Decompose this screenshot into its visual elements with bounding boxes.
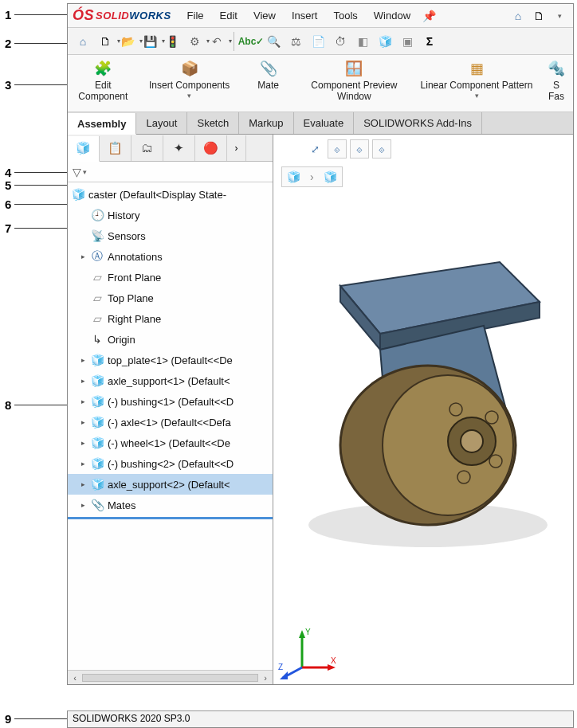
- new-icon[interactable]: 🗋▾: [95, 31, 116, 52]
- save-icon[interactable]: 💾▾: [139, 31, 160, 52]
- expand-flyout-icon[interactable]: ⤢: [305, 139, 324, 159]
- menu-file[interactable]: File: [181, 8, 210, 23]
- tab-assembly[interactable]: Assembly: [68, 113, 136, 135]
- tab-feature-tree[interactable]: 🧊: [68, 136, 100, 162]
- edit-component-button[interactable]: 🧩 Edit Component: [73, 58, 134, 103]
- label: top_plate<1> (Default<<De: [108, 354, 233, 366]
- expand-icon[interactable]: ▸: [79, 501, 87, 509]
- tab-markup[interactable]: Markup: [239, 112, 293, 134]
- tree-root[interactable]: 🧊 caster (Default<Display State-: [68, 184, 273, 205]
- document-tool-icon[interactable]: 📄: [308, 31, 328, 52]
- balance-icon[interactable]: ⚖: [285, 31, 306, 52]
- view-compass-icon[interactable]: ⟐: [328, 139, 347, 159]
- view-compass-icon[interactable]: ⟐: [350, 139, 369, 159]
- expand-icon[interactable]: ▸: [79, 418, 87, 426]
- tab-configuration-manager[interactable]: 🗂: [131, 135, 163, 161]
- tree-mates[interactable]: ▸ 📎 Mates: [68, 495, 273, 515]
- menu-insert[interactable]: Insert: [285, 8, 324, 23]
- expand-icon[interactable]: ▸: [79, 439, 87, 447]
- chevron-down-icon[interactable]: ▾: [83, 168, 87, 176]
- menu-edit[interactable]: Edit: [214, 8, 244, 23]
- expand-icon[interactable]: ▸: [79, 252, 87, 260]
- tree-component-5[interactable]: ▸ 🧊 (-) bushing<2> (Default<<D: [68, 453, 273, 474]
- gauge-icon[interactable]: ⏱: [330, 31, 351, 52]
- expand-icon[interactable]: ▸: [79, 377, 87, 385]
- scroll-left-icon[interactable]: ‹: [68, 673, 82, 683]
- menu-window[interactable]: Window: [367, 8, 417, 23]
- preview-window-icon: 🪟: [343, 58, 364, 79]
- new-document-icon[interactable]: 🗋: [530, 7, 548, 25]
- view-compass-icon[interactable]: ⟐: [372, 139, 391, 159]
- label: Edit Component: [73, 80, 134, 103]
- home-icon[interactable]: ⌂: [509, 7, 527, 25]
- tab-sketch[interactable]: Sketch: [187, 112, 239, 134]
- component-preview-button[interactable]: 🪟 Component Preview Window: [300, 58, 409, 103]
- tree-component-3[interactable]: ▸ 🧊 (-) axle<1> (Default<<Defa: [68, 412, 273, 432]
- tree-component-2[interactable]: ▸ 🧊 (-) bushing<1> (Default<<D: [68, 391, 273, 412]
- sigma-icon[interactable]: Σ: [419, 31, 440, 52]
- chevron-down-icon[interactable]: ▾: [551, 7, 568, 25]
- traffic-light-icon[interactable]: 🚦: [162, 31, 183, 52]
- menu-tools[interactable]: Tools: [327, 8, 363, 23]
- expand-icon[interactable]: ▸: [79, 480, 87, 488]
- insert-components-button[interactable]: 📦 Insert Components ▾: [142, 58, 237, 100]
- graphics-area[interactable]: ⤢ ⟐ ⟐ ⟐ 🧊 › 🧊: [273, 135, 573, 684]
- tree-front-plane[interactable]: ▱ Front Plane: [68, 267, 273, 288]
- tab-display-manager[interactable]: 🔴: [195, 135, 227, 161]
- tab-addins[interactable]: SOLIDWORKS Add-Ins: [354, 112, 482, 134]
- mate-button[interactable]: 📎 Mate: [245, 58, 292, 92]
- tree-component-6-selected[interactable]: ▸ 🧊 axle_support<2> (Default<: [68, 474, 273, 495]
- measure-icon[interactable]: ▣: [397, 31, 418, 52]
- scroll-right-icon[interactable]: ›: [258, 673, 273, 683]
- expand-icon[interactable]: ▸: [79, 460, 87, 468]
- label: Mate: [257, 80, 279, 92]
- tree-top-plane[interactable]: ▱ Top Plane: [68, 288, 273, 308]
- tab-dimxpert[interactable]: ✦: [163, 135, 195, 161]
- tab-expand[interactable]: ›: [227, 135, 246, 161]
- tree-annotations[interactable]: ▸ Ⓐ Annotations: [68, 246, 273, 267]
- callout-line: [14, 718, 67, 719]
- breadcrumb-assembly-icon[interactable]: 🧊: [282, 170, 305, 183]
- callout-5: 5: [5, 178, 11, 192]
- orientation-triad[interactable]: Y X Z: [278, 624, 342, 679]
- home-icon[interactable]: ⌂: [73, 31, 93, 52]
- horizontal-scrollbar[interactable]: ‹ ›: [68, 670, 273, 684]
- filter-icon[interactable]: ▽: [73, 166, 81, 178]
- options-gear-icon[interactable]: ⚙▾: [184, 31, 205, 52]
- tree-rollback-bar[interactable]: [68, 517, 273, 519]
- logo-text-works: WORKS: [129, 10, 171, 22]
- chevron-down-icon: ▾: [475, 92, 479, 100]
- label: Sensors: [108, 230, 146, 242]
- tree-right-plane[interactable]: ▱ Right Plane: [68, 308, 273, 329]
- magnify-icon[interactable]: 🔍: [263, 31, 284, 52]
- label: Right Plane: [108, 313, 161, 325]
- tree-component-0[interactable]: ▸ 🧊 top_plate<1> (Default<<De: [68, 350, 273, 370]
- tree-component-1[interactable]: ▸ 🧊 axle_support<1> (Default<: [68, 370, 273, 391]
- tree-history[interactable]: 🕘 History: [68, 205, 273, 225]
- tree-sensors[interactable]: 📡 Sensors: [68, 225, 273, 246]
- tree-origin[interactable]: ↳ Origin: [68, 329, 273, 350]
- expand-icon[interactable]: ▸: [79, 356, 87, 364]
- smart-fasteners-button[interactable]: 🔩 SFas: [544, 58, 568, 103]
- tab-layout[interactable]: Layout: [136, 112, 187, 134]
- label: Insert Components: [149, 80, 230, 92]
- tab-property-manager[interactable]: 📋: [100, 135, 131, 161]
- cube-shaded-icon[interactable]: ◧: [352, 31, 373, 52]
- menu-view[interactable]: View: [247, 8, 282, 23]
- undo-icon[interactable]: ↶▾: [206, 31, 227, 52]
- label: axle_support<1> (Default<: [108, 375, 230, 387]
- callout-line: [14, 43, 67, 44]
- cube-green-icon[interactable]: 🧊: [375, 31, 395, 52]
- label: Component Preview Window: [300, 80, 409, 103]
- linear-pattern-button[interactable]: ▦ Linear Component Pattern ▾: [417, 58, 536, 100]
- tab-evaluate[interactable]: Evaluate: [294, 112, 355, 134]
- label: Linear Component Pattern: [421, 80, 533, 92]
- tree-component-4[interactable]: ▸ 🧊 (-) wheel<1> (Default<<De: [68, 432, 273, 453]
- spellcheck-icon[interactable]: Abc✓: [241, 31, 261, 52]
- expand-icon[interactable]: ▸: [79, 397, 87, 405]
- open-icon[interactable]: 📂▾: [117, 31, 138, 52]
- breadcrumb-part-icon[interactable]: 🧊: [319, 170, 342, 183]
- scroll-track[interactable]: [82, 674, 258, 682]
- pin-icon[interactable]: 📌: [420, 7, 438, 25]
- breadcrumb-bar: 🧊 › 🧊: [281, 166, 343, 187]
